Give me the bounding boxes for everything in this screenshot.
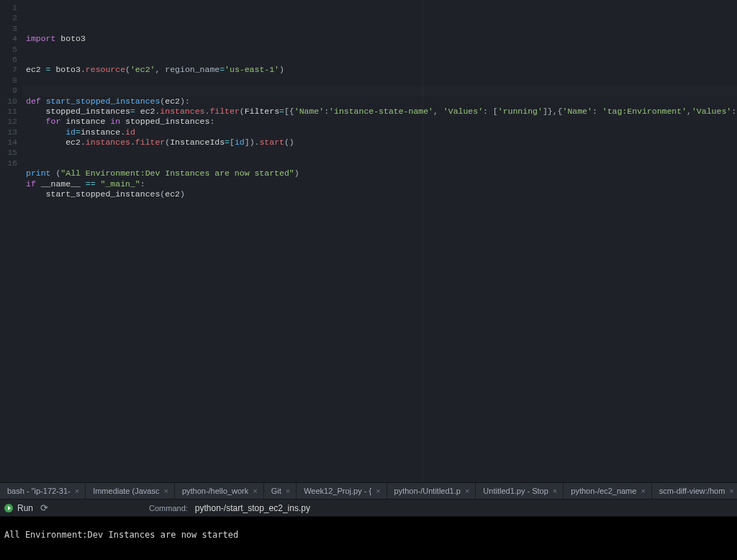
line-number: 15 [0, 148, 23, 158]
tab-label: python-/ec2_name [571, 487, 636, 495]
code-line[interactable] [23, 158, 737, 168]
terminal-tab[interactable]: Week12_Proj.py - {× [297, 483, 386, 499]
code-line[interactable]: def start_stopped_instances(ec2): [23, 96, 737, 107]
code-line[interactable]: if __name__ == "_main_": [23, 179, 737, 189]
run-button[interactable]: Run [4, 503, 33, 513]
line-number: 4 [0, 34, 23, 44]
terminal-line: All Environment:Dev Instances are now st… [4, 530, 238, 540]
line-number: 14 [0, 137, 23, 148]
terminal-tab[interactable]: Git× [264, 483, 297, 499]
command-label: Command: [149, 504, 188, 512]
code-line[interactable]: ec2.instances.filter(InstanceIds=[id]).s… [23, 137, 737, 148]
line-number: 5 [0, 45, 23, 55]
tab-label: bash - "ip-172-31- [7, 487, 71, 495]
line-number: 6 [0, 55, 23, 65]
code-line[interactable]: for instance in stopped_instances: [23, 117, 737, 127]
command-value: python-/start_stop_ec2_ins.py [195, 503, 310, 513]
reload-icon[interactable]: ⟳ [40, 503, 48, 512]
close-icon[interactable]: × [376, 487, 380, 495]
close-icon[interactable]: × [163, 487, 168, 495]
code-line[interactable] [23, 55, 737, 65]
code-line[interactable]: print ("All Environment:Dev Instances ar… [23, 168, 737, 179]
tab-label: Immediate (Javasc [93, 487, 159, 495]
play-icon [4, 504, 13, 512]
tab-label: Week12_Proj.py - { [304, 487, 371, 495]
terminal-tab[interactable]: python-/hello_work× [175, 483, 264, 499]
close-icon[interactable]: × [286, 487, 290, 495]
line-number: 8 [0, 76, 23, 86]
run-bar: Run ⟳ Command: python-/start_stop_ec2_in… [0, 500, 737, 517]
close-icon[interactable]: × [253, 487, 257, 495]
code-content[interactable]: import boto3ec2 = boto3.resource('ec2', … [23, 0, 737, 482]
terminal-tab[interactable]: Untitled1.py - Stop× [476, 483, 564, 499]
tab-label: Git [271, 487, 281, 495]
close-icon[interactable]: × [641, 487, 645, 495]
terminal-tab[interactable]: scm-diff-view:/hom× [652, 483, 737, 499]
tab-label: python-/hello_work [182, 487, 248, 495]
tab-label: scm-diff-view:/hom [659, 487, 725, 495]
terminal-output[interactable]: All Environment:Dev Instances are now st… [0, 517, 737, 560]
close-icon[interactable]: × [465, 487, 469, 495]
terminal-tab[interactable]: bash - "ip-172-31-× [0, 483, 86, 499]
close-icon[interactable]: × [75, 487, 79, 495]
terminal-tab[interactable]: python-/ec2_name× [564, 483, 652, 499]
code-line[interactable] [23, 76, 737, 86]
code-line[interactable]: ec2 = boto3.resource('ec2', region_name=… [23, 65, 737, 75]
close-icon[interactable]: × [553, 487, 557, 495]
tab-label: Untitled1.py - Stop [483, 487, 548, 495]
run-label: Run [17, 503, 33, 513]
line-number: 2 [0, 13, 23, 23]
line-number-gutter: 12345678910111213141516 [0, 0, 23, 482]
code-line[interactable] [23, 45, 737, 55]
close-icon[interactable]: × [729, 487, 733, 495]
line-number: 1 [0, 3, 23, 13]
line-number: 11 [0, 107, 23, 117]
code-line[interactable]: import boto3 [23, 34, 737, 44]
line-number: 3 [0, 24, 23, 34]
code-line[interactable] [23, 148, 737, 158]
code-line[interactable] [23, 86, 737, 96]
line-number: 12 [0, 117, 23, 127]
line-number: 10 [0, 96, 23, 107]
code-editor[interactable]: 12345678910111213141516 import boto3ec2 … [0, 0, 737, 482]
line-number: 7 [0, 65, 23, 75]
terminal-tab[interactable]: python-/Untitled1.p× [387, 483, 476, 499]
code-line[interactable]: start_stopped_instances(ec2) [23, 189, 737, 199]
code-line[interactable]: id=instance.id [23, 127, 737, 137]
code-line[interactable]: stopped_instances= ec2.instances.filter(… [23, 107, 737, 117]
line-number: 13 [0, 127, 23, 137]
terminal-tab-bar[interactable]: bash - "ip-172-31-×Immediate (Javasc×pyt… [0, 482, 737, 500]
tab-label: python-/Untitled1.p [394, 487, 461, 495]
line-number: 16 [0, 158, 23, 168]
line-number: 9 [0, 86, 23, 96]
terminal-tab[interactable]: Immediate (Javasc× [86, 483, 175, 499]
